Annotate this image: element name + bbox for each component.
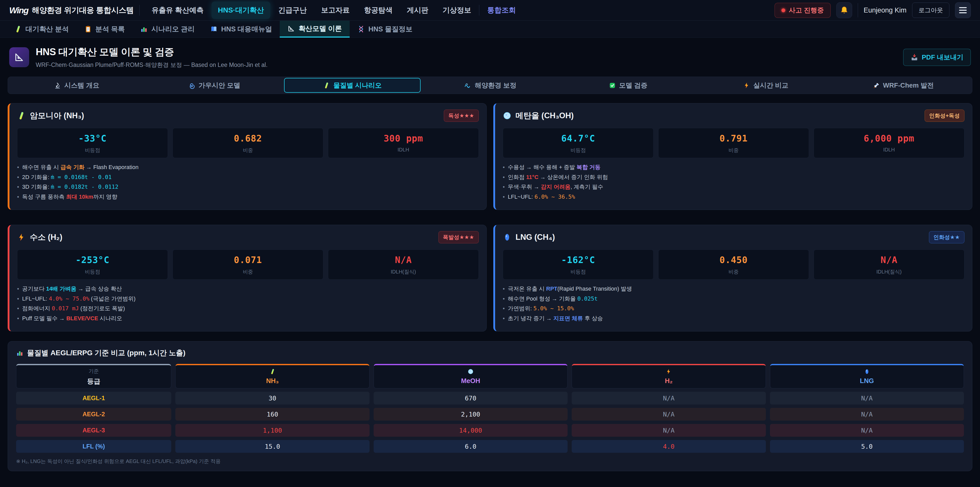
bullet-item: 3D 기화율: ṁ = 0.0182t - 0.0112	[17, 184, 479, 190]
hamburger-menu-button[interactable]	[955, 2, 971, 18]
bullet-segment: 11°C	[526, 174, 538, 180]
nav-item-7[interactable]: 기상정보	[436, 2, 477, 19]
test-tube-icon	[14, 25, 22, 33]
notifications-button[interactable]	[836, 2, 852, 18]
bullet-item: 무색·무취 → 감지 어려움, 계측기 필수	[503, 184, 964, 190]
tab-3[interactable]: 물질별 시나리오	[284, 78, 421, 93]
bullet-segment: 공기보다	[22, 286, 46, 292]
bullet-segment: 극저온 유출 시	[508, 286, 546, 292]
tab-1[interactable]: 시스템 개요	[9, 78, 145, 93]
tab-label: 가우시안 모델	[199, 81, 240, 90]
pdf-export-button[interactable]: PDF 내보내기	[903, 49, 971, 66]
subnav-item-4[interactable]: HNS 대응매뉴얼	[202, 21, 280, 38]
bullet-segment: 시나리오	[98, 315, 122, 321]
col-label: LNG	[860, 377, 874, 385]
bullet-item: 인화점 11°C → 상온에서 증기 인화 위험	[503, 174, 964, 181]
logout-button[interactable]: 로그아웃	[912, 3, 950, 18]
nav-item-5[interactable]: 항공탐색	[358, 2, 399, 19]
stat-label: 비중	[175, 147, 321, 154]
table-row-4: LFL (%)15.06.04.05.0	[16, 440, 964, 453]
bullet-item: LFL~UFL: 6.0% ~ 36.5%	[503, 193, 964, 200]
tab-label: 모델 검증	[619, 81, 648, 90]
bullet-segment: (극넓은 가연범위)	[89, 295, 135, 302]
stat-box: 300 ppmIDLH	[328, 128, 479, 158]
bullet-segment: 5.0% ~ 15.0%	[533, 305, 574, 311]
nav-item-8[interactable]: 통합조회	[481, 2, 522, 19]
tab-7[interactable]: WRF-Chem 발전	[835, 78, 971, 93]
table-title: 물질별 AEGL/ERPG 기준 비교 (ppm, 1시간 노출)	[27, 348, 186, 358]
incident-status-badge: 사고 진행중	[775, 3, 831, 18]
petri-dish-icon	[468, 369, 474, 375]
hazard-badge: 폭발성★★★	[438, 231, 479, 243]
stat-label: 비등점	[19, 268, 165, 275]
subnav-item-3[interactable]: 시나리오 관리	[132, 21, 202, 38]
tab-2[interactable]: 가우시안 모델	[146, 78, 282, 93]
nav-item-3[interactable]: 긴급구난	[272, 2, 313, 19]
stat-label: IDLH	[816, 147, 962, 153]
bullet-list: 공기보다 14배 가벼움 → 급속 상승 확산LFL~UFL: 4.0% ~ 7…	[17, 285, 479, 322]
table-body: AEGL-130670N/AN/AAEGL-21602,100N/AN/AAEG…	[16, 392, 964, 453]
tab-6[interactable]: 실시간 비교	[698, 78, 834, 93]
bullet-item: LFL~UFL: 4.0% ~ 75.0% (극넓은 가연범위)	[17, 295, 479, 302]
page-subtitle: WRF-Chem·Gaussian Plume/Puff·ROMS·해양환경 보…	[36, 61, 267, 69]
table-header: 기준등급NH₃MeOHH₂LNG	[16, 364, 964, 388]
row-label: AEGL-3	[16, 424, 171, 437]
bullet-item: 가연범위: 5.0% ~ 15.0%	[503, 305, 964, 312]
bullet-segment: → Flash Evaporation	[84, 164, 138, 170]
page-header: HNS 대기확산 모델 이론 및 검증 WRF-Chem·Gaussian Pl…	[8, 45, 972, 70]
table-cell: N/A	[770, 392, 964, 404]
stat-value: 0.071	[175, 255, 321, 265]
nav-item-6[interactable]: 게시판	[401, 2, 434, 19]
table-cell: N/A	[572, 392, 765, 404]
stat-box: N/AIDLH(질식)	[328, 249, 479, 279]
bullet-segment: RPT	[546, 286, 557, 292]
table-cell: 5.0	[770, 440, 964, 453]
table-col-header-3: MeOH	[374, 364, 568, 388]
bullet-item: Puff 모델 필수 → BLEVE/VCE 시나리오	[17, 315, 479, 322]
bullet-item: 점화에너지 0.017 mJ (정전기로도 폭발)	[17, 305, 479, 312]
card-h2: 수소 (H₂)폭발성★★★-253°C비등점0.071비중N/AIDLH(질식)…	[8, 225, 487, 332]
stat-box: 64.7°C비등점	[503, 128, 654, 158]
bullet-segment: 해수면 Pool 형성 → 기화율	[508, 295, 578, 302]
subnav-item-6[interactable]: HNS 물질정보	[350, 21, 420, 38]
test-tube-icon	[269, 369, 275, 375]
subnav-item-label: HNS 물질정보	[369, 24, 413, 34]
bullet-segment: 후 상승	[583, 315, 603, 321]
aegl-table-section: 물질별 AEGL/ERPG 기준 비교 (ppm, 1시간 노출) 기준등급NH…	[8, 341, 972, 471]
card-title: 암모니아 (NH₃)	[30, 110, 440, 121]
triangle-ruler-icon	[287, 25, 295, 32]
check-icon	[609, 82, 616, 89]
stat-grid: -253°C비등점0.071비중N/AIDLH(질식)	[17, 249, 479, 279]
tab-5[interactable]: 모델 검증	[560, 78, 696, 93]
tab-4[interactable]: 해양환경 보정	[423, 78, 558, 93]
bell-icon	[840, 6, 849, 14]
status-dot-icon	[781, 8, 785, 12]
brand[interactable]: Wing 해양환경 위기대응 통합시스템	[9, 5, 134, 16]
bullet-segment: 0.017 mJ	[52, 305, 79, 311]
nav-item-4[interactable]: 보고자료	[315, 2, 356, 19]
subnav-item-2[interactable]: 분석 목록	[76, 21, 133, 38]
bullet-segment: 최대 10km	[66, 193, 93, 200]
nav-item-1[interactable]: 유출유 확산예측	[145, 2, 210, 19]
stat-box: 0.071비중	[172, 249, 323, 279]
tab-label: 실시간 비교	[753, 81, 788, 90]
stat-label: 비등점	[505, 268, 651, 275]
page-icon-tile	[9, 47, 29, 67]
nav-item-2[interactable]: HNS·대기확산	[212, 2, 270, 19]
table-cell: 160	[175, 408, 369, 421]
col-sub-label: 기준	[89, 368, 99, 375]
tab-label: 해양환경 보정	[475, 81, 516, 90]
bullet-segment: 2D 기화율:	[22, 174, 51, 180]
stat-box: -33°C비등점	[17, 128, 168, 158]
table-cell: 14,000	[374, 424, 568, 437]
bullet-segment: 14배 가벼움	[46, 286, 76, 292]
bullet-segment: BLEVE/VCE	[66, 315, 98, 321]
bullet-item: 수용성 → 해수 용해 + 증발 복합 거동	[503, 164, 964, 171]
droplet-icon	[503, 233, 511, 241]
subnav-item-1[interactable]: 대기확산 분석	[6, 21, 76, 38]
table-title-row: 물질별 AEGL/ERPG 기준 비교 (ppm, 1시간 노출)	[16, 348, 964, 358]
table-col-header-1: 기준등급	[16, 364, 171, 388]
subnav-item-5[interactable]: 확산모델 이론	[280, 21, 350, 38]
table-cell: 670	[374, 392, 568, 404]
table-cell: 6.0	[374, 440, 568, 453]
